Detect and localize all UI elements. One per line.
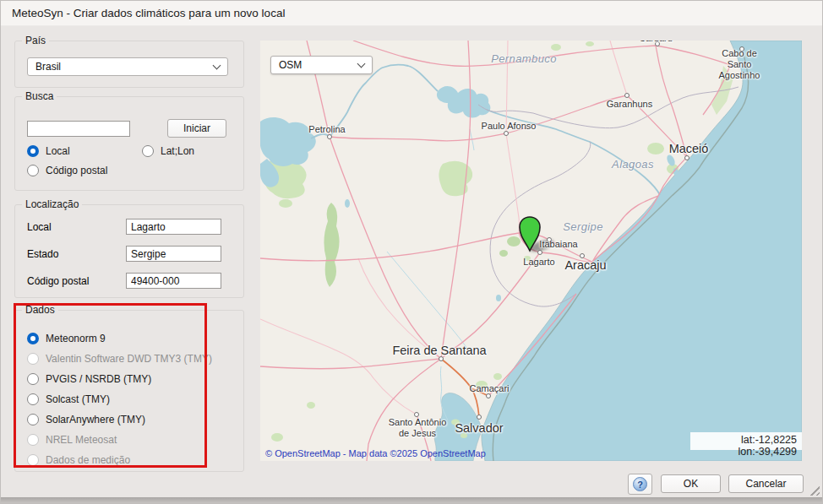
map-vector-layer xyxy=(260,41,802,461)
state-label-alagoas: Alagoas xyxy=(612,158,654,171)
map-canvas[interactable]: Pernambuco Alagoas Sergipe Caruaru Cabo … xyxy=(260,41,802,461)
radio-solcast-icon[interactable] xyxy=(27,393,39,405)
map-attribution: © OpenStreetMap - Map data ©2025 OpenStr… xyxy=(265,448,486,458)
search-mode-latlon-label: Lat;Lon xyxy=(161,145,194,157)
location-postal-input[interactable] xyxy=(126,273,221,289)
search-mode-latlon[interactable]: Lat;Lon xyxy=(142,145,194,157)
city-dot-garanhuns xyxy=(624,93,630,98)
radio-local-icon[interactable] xyxy=(27,145,39,157)
data-option-valentin-dwd: Valentin Software DWD TMY3 (TMY) xyxy=(27,352,212,366)
search-input[interactable] xyxy=(27,121,130,137)
location-state-label: Estado xyxy=(27,248,58,260)
location-group-label: Localização xyxy=(22,198,82,210)
data-option-solaranywhere[interactable]: SolarAnywhere (TMY) xyxy=(27,413,212,426)
search-mode-local[interactable]: Local xyxy=(27,145,70,157)
city-label-petrolina: Petrolina xyxy=(308,124,345,135)
meteosyn-dialog: MeteoSyn - Criar dados climáticos para u… xyxy=(0,0,823,504)
city-label-maceio: Maceió xyxy=(669,142,709,155)
search-mode-postal[interactable]: Código postal xyxy=(27,165,107,176)
search-group-label: Busca xyxy=(22,90,57,102)
data-option-measured-data-label: Dados de medição xyxy=(46,454,130,466)
chevron-down-icon xyxy=(357,60,366,68)
radio-latlon-icon[interactable] xyxy=(142,145,154,157)
city-label-feira-de-santana: Feira de Santana xyxy=(392,344,486,357)
radio-nrel-meteosat-icon xyxy=(27,434,39,446)
data-source-group: Dados Meteonorm 9 Valentin Software DWD … xyxy=(14,310,244,472)
location-local-input[interactable] xyxy=(126,219,221,235)
city-dot-maceio xyxy=(684,155,689,160)
map-layer-select-value: OSM xyxy=(279,59,302,71)
data-option-pvgis-nsrdb[interactable]: PVGIS / NSRDB (TMY) xyxy=(27,372,212,386)
data-option-solaranywhere-label: SolarAnywhere (TMY) xyxy=(46,414,145,425)
data-option-nrel-meteosat: NREL Meteosat xyxy=(27,433,212,447)
data-option-solcast[interactable]: Solcast (TMY) xyxy=(27,393,212,406)
resize-grip[interactable] xyxy=(808,484,820,496)
city-dot-lagarto xyxy=(537,250,542,255)
city-label-garanhuns: Garanhuns xyxy=(607,99,652,110)
chevron-down-icon xyxy=(213,62,221,70)
radio-pvgis-nsrdb-icon[interactable] xyxy=(27,373,39,385)
location-postal-label: Código postal xyxy=(27,275,89,287)
country-select[interactable]: Brasil xyxy=(27,57,228,76)
ok-button[interactable]: OK xyxy=(661,474,721,493)
city-label-salvador: Salvador xyxy=(455,421,503,435)
state-label-sergipe: Sergipe xyxy=(563,220,603,233)
city-dot-camacari xyxy=(486,393,491,398)
city-label-santo-antonio: Santo Antônio de Jesus xyxy=(389,417,447,439)
window-title: MeteoSyn - Criar dados climáticos para u… xyxy=(12,1,285,26)
city-label-lagarto: Lagarto xyxy=(523,257,554,268)
radio-measured-data-icon xyxy=(27,454,39,466)
city-label-aracaju: Aracaju xyxy=(564,258,606,272)
data-option-pvgis-nsrdb-label: PVGIS / NSRDB (TMY) xyxy=(46,373,151,385)
city-label-paulo-afonso: Paulo Afonso xyxy=(482,121,537,132)
city-label-itabaiana: Itabaiana xyxy=(539,239,577,250)
cancel-button[interactable]: Cancelar xyxy=(728,474,804,493)
map-layer-select[interactable]: OSM xyxy=(270,56,373,74)
search-start-button[interactable]: Iniciar xyxy=(167,119,226,138)
location-group: Localização Local Estado Código postal xyxy=(14,204,244,298)
city-dot-petrolina xyxy=(327,134,332,139)
country-group-label: País xyxy=(22,35,49,46)
data-option-measured-data: Dados de medição xyxy=(27,453,212,467)
data-option-valentin-dwd-label: Valentin Software DWD TMY3 (TMY) xyxy=(46,353,212,365)
city-label-caruaru: Caruaru xyxy=(639,41,673,44)
radio-meteonorm-icon[interactable] xyxy=(27,333,39,344)
radio-postal-icon[interactable] xyxy=(27,165,39,176)
city-label-camacari: Camaçari xyxy=(469,383,509,394)
search-mode-postal-label: Código postal xyxy=(46,165,107,176)
help-button[interactable]: ? xyxy=(628,474,652,495)
coordinates-readout: lat:-12,8225 lon:-39,4299 xyxy=(690,432,802,450)
state-label-pernambuco: Pernambuco xyxy=(491,52,557,65)
radio-solaranywhere-icon[interactable] xyxy=(27,414,39,425)
title-bar: MeteoSyn - Criar dados climáticos para u… xyxy=(1,1,822,26)
city-label-cabo: Cabo de Santo Agostinho xyxy=(708,48,771,81)
data-option-meteonorm[interactable]: Meteonorm 9 xyxy=(27,332,212,345)
data-source-group-label: Dados xyxy=(22,304,58,316)
search-group: Busca Iniciar Local Lat;Lon Código posta… xyxy=(14,96,244,191)
country-group: País Brasil xyxy=(14,41,244,88)
radio-valentin-dwd-icon xyxy=(27,353,39,365)
location-state-input[interactable] xyxy=(126,246,221,262)
city-dot-salvador xyxy=(477,415,482,420)
data-option-nrel-meteosat-label: NREL Meteosat xyxy=(46,434,117,446)
window-bottom-edge xyxy=(1,497,822,503)
data-option-meteonorm-label: Meteonorm 9 xyxy=(46,333,106,344)
city-dot-paulo-afonso xyxy=(504,131,509,136)
location-local-label: Local xyxy=(27,221,52,233)
data-option-solcast-label: Solcast (TMY) xyxy=(46,393,110,405)
country-select-value: Brasil xyxy=(35,61,61,73)
help-icon: ? xyxy=(633,477,647,491)
search-mode-local-label: Local xyxy=(46,145,70,157)
